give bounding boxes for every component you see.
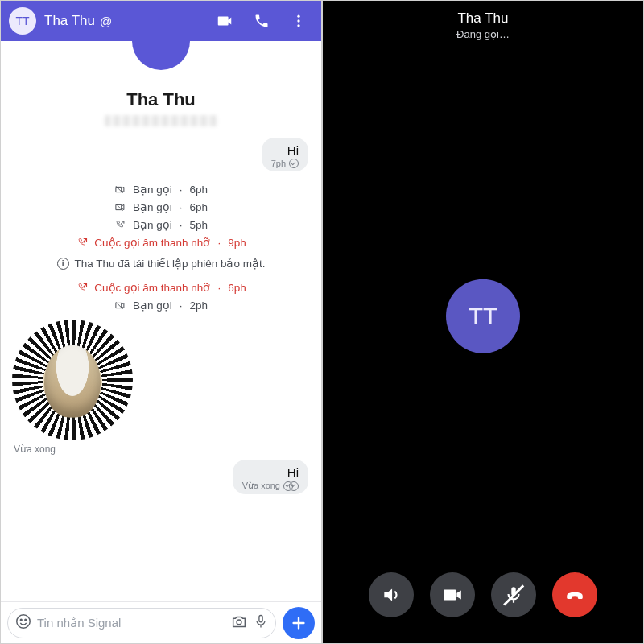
call-log-list: Bạn gọi 6ph Bạn gọi 6ph Bạn gọi 5ph Cuộc… xyxy=(9,183,313,249)
contact-name: Tha Thu xyxy=(9,89,313,110)
chat-input-bar xyxy=(1,601,321,643)
video-call-log-icon xyxy=(114,183,127,196)
video-call-log-icon xyxy=(114,299,127,312)
chat-header: TT Tha Thu @ xyxy=(1,1,321,41)
call-header: Tha Thu Đang gọi… xyxy=(323,10,643,40)
send-button[interactable] xyxy=(283,607,315,639)
svg-point-0 xyxy=(297,15,299,18)
message-input[interactable] xyxy=(37,616,225,630)
more-icon[interactable] xyxy=(284,6,313,35)
chat-body: Tha Thu Hi 7ph Bạn gọi 6ph xyxy=(1,41,321,601)
emoji-icon[interactable] xyxy=(14,613,32,634)
call-log-item[interactable]: Bạn gọi 5ph xyxy=(114,218,208,231)
svg-point-9 xyxy=(237,619,242,624)
chat-header-name[interactable]: Tha Thu xyxy=(44,13,95,29)
contact-avatar-small[interactable]: TT xyxy=(9,7,36,35)
mention-icon: @ xyxy=(100,14,112,28)
message-text: Hi xyxy=(287,143,299,157)
call-status: Đang gọi… xyxy=(323,28,643,40)
security-info-row[interactable]: i Tha Thu đã tái thiết lập phiên bảo mật… xyxy=(9,257,313,270)
missed-call-icon xyxy=(76,236,89,249)
sticker-image[interactable] xyxy=(12,320,133,440)
svg-point-1 xyxy=(297,19,299,22)
info-icon: i xyxy=(57,258,69,270)
outgoing-call-icon xyxy=(114,218,127,231)
svg-rect-10 xyxy=(259,615,262,621)
video-call-icon[interactable] xyxy=(210,6,239,35)
missed-call-item[interactable]: Cuộc gọi âm thanh nhỡ 9ph xyxy=(76,236,246,249)
svg-point-6 xyxy=(17,614,31,628)
delivered-check-icon xyxy=(289,159,299,168)
message-input-field[interactable] xyxy=(7,608,276,638)
sticker-time: Vừa xong xyxy=(14,444,313,455)
call-contact-name: Tha Thu xyxy=(323,10,643,27)
outgoing-message[interactable]: Hi Vừa xong xyxy=(233,460,308,494)
speaker-button[interactable] xyxy=(369,572,414,617)
chat-screen: TT Tha Thu @ Tha Thu Hi 7ph xyxy=(0,0,322,644)
call-log-list-2: Cuộc gọi âm thanh nhỡ 6ph Bạn gọi 2ph xyxy=(9,281,313,312)
microphone-icon[interactable] xyxy=(253,613,269,633)
message-time: Vừa xong xyxy=(242,481,280,491)
call-log-item[interactable]: Bạn gọi 6ph xyxy=(114,200,208,213)
read-check-icon xyxy=(283,481,299,491)
message-text: Hi xyxy=(287,465,299,479)
security-info-text: Tha Thu đã tái thiết lập phiên bảo mật. xyxy=(75,257,266,270)
outgoing-message[interactable]: Hi 7ph xyxy=(262,138,308,171)
call-controls xyxy=(323,572,643,617)
camera-icon[interactable] xyxy=(230,613,248,634)
contact-subtext-blurred xyxy=(105,115,217,126)
svg-point-2 xyxy=(297,24,299,27)
call-contact-avatar: TT xyxy=(446,279,520,353)
call-log-item[interactable]: Bạn gọi 2ph xyxy=(114,299,208,312)
audio-call-icon[interactable] xyxy=(247,6,276,35)
missed-call-icon xyxy=(76,281,89,294)
svg-point-8 xyxy=(25,619,27,621)
end-call-button[interactable] xyxy=(552,572,597,617)
call-screen: Tha Thu Đang gọi… TT xyxy=(322,0,644,644)
contact-avatar-peek xyxy=(132,41,190,70)
missed-call-item[interactable]: Cuộc gọi âm thanh nhỡ 6ph xyxy=(76,281,246,294)
message-time: 7ph xyxy=(271,159,286,168)
video-call-log-icon xyxy=(114,200,127,213)
mute-button[interactable] xyxy=(491,572,536,617)
toggle-video-button[interactable] xyxy=(430,572,475,617)
svg-point-7 xyxy=(20,619,22,621)
call-log-item[interactable]: Bạn gọi 6ph xyxy=(114,183,208,196)
